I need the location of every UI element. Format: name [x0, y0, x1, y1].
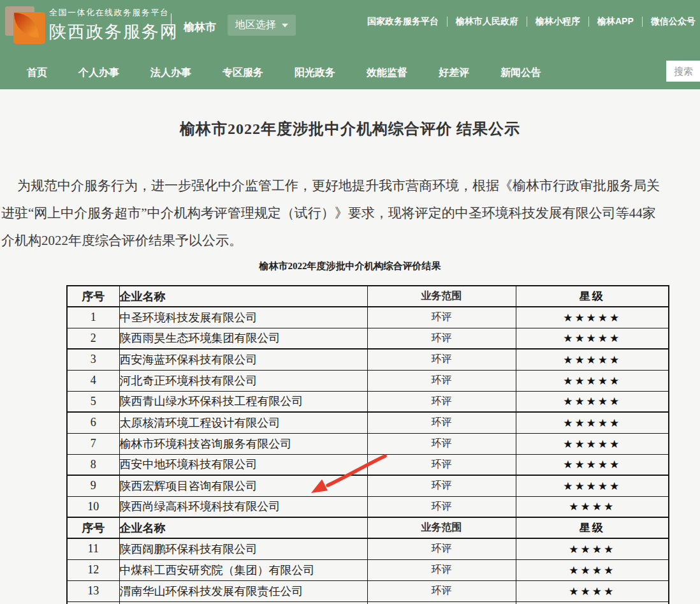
cell-star-rating: ★★★★★ — [516, 307, 669, 328]
table-row: 3西安海蓝环保科技有限公司环评★★★★★ — [67, 349, 669, 370]
cell-empty — [367, 601, 516, 604]
top-link-2[interactable]: 榆林市人民政府 — [456, 16, 518, 27]
paragraph-line: 进驻“网上中介服务超市”中介机构考评管理规定（试行）》要求，现将评定的中圣环境科… — [0, 200, 700, 227]
region-selector-button[interactable]: 地区选择 — [228, 15, 296, 36]
cell-business-scope: 环评 — [367, 475, 516, 496]
cell-company-name: 陕西宏辉项目咨询有限公司 — [119, 475, 367, 496]
link-separator — [527, 17, 527, 27]
cell-star-rating: ★★★★★ — [516, 412, 669, 433]
cell-company-name: 陕西雨昊生态环境集团有限公司 — [119, 328, 367, 349]
table-header-row: 序号企业名称业务范围星级 — [67, 517, 669, 538]
table-row: 6太原核清环境工程设计有限公司环评★★★★★ — [67, 412, 669, 433]
cell-business-scope: 环评 — [367, 433, 516, 454]
cell-business-scope: 环评 — [367, 496, 516, 517]
cell-index: 4 — [67, 370, 119, 391]
top-link-3[interactable]: 榆林小程序 — [536, 16, 580, 27]
cell-index: 8 — [67, 454, 119, 475]
current-city-label: 榆林市 — [184, 20, 216, 34]
cell-business-scope: 环评 — [367, 328, 516, 349]
cell-star-rating: ★★★★★ — [516, 433, 669, 454]
logo-leaf-icon — [14, 13, 39, 38]
cell-index: 5 — [67, 391, 119, 412]
cell-company-name: 河北奇正环境科技有限公司 — [119, 370, 367, 391]
cell-empty — [67, 601, 119, 604]
nav-item-3[interactable]: 法人办事 — [150, 66, 191, 80]
table-row-partial — [67, 601, 669, 604]
nav-item-5[interactable]: 阳光政务 — [295, 66, 335, 80]
site-name: 陕西政务服务网 — [49, 20, 179, 43]
cell-star-rating: ★★★★ — [516, 580, 669, 601]
cell-company-name: 陕西尚绿高科环境科技有限公司 — [119, 496, 367, 517]
chevron-down-icon — [282, 24, 288, 27]
nav-item-4[interactable]: 专区服务 — [222, 66, 263, 80]
cell-star-rating: ★★★★ — [516, 496, 669, 517]
announcement-paragraph: 为规范中介服务行为，进一步强化中介监管工作，更好地提升我市营商环境，根据《榆林市… — [0, 172, 700, 254]
top-link-4[interactable]: 榆林APP — [597, 16, 634, 27]
table-header-row: 序号企业名称业务范围星级 — [67, 286, 669, 307]
cell-business-scope: 环评 — [367, 370, 516, 391]
table-caption: 榆林市2022年度涉批中介机构综合评价结果 — [0, 260, 700, 272]
table-row: 12中煤科工西安研究院（集团）有限公司环评★★★★ — [67, 559, 669, 580]
cell-company-name: 太原核清环境工程设计有限公司 — [119, 412, 367, 433]
cell-star-rating: ★★★★★ — [516, 391, 669, 412]
column-header: 企业名称 — [119, 517, 367, 538]
cell-business-scope: 环评 — [367, 538, 516, 559]
evaluation-table-body: 序号企业名称业务范围星级1中圣环境科技发展有限公司环评★★★★★2陕西雨昊生态环… — [67, 286, 669, 604]
link-separator — [447, 17, 448, 27]
cell-index: 10 — [67, 496, 119, 517]
table-row: 13渭南华山环保科技发展有限责任公司环评★★★★ — [67, 580, 669, 601]
cell-index: 13 — [67, 580, 119, 601]
search-input[interactable] — [666, 61, 700, 82]
column-header: 序号 — [67, 517, 119, 538]
cell-star-rating: ★★★★★ — [516, 454, 669, 475]
table-row: 5陕西青山绿水环保科技工程有限公司环评★★★★★ — [67, 391, 669, 412]
table-row: 11陕西阔鹏环保科技有限公司环评★★★★ — [67, 538, 669, 559]
top-link-1[interactable]: 国家政务服务平台 — [367, 16, 439, 27]
logo-orange-square — [13, 12, 45, 44]
cell-index: 3 — [67, 349, 119, 370]
cell-company-name: 中圣环境科技发展有限公司 — [119, 307, 367, 328]
cell-business-scope: 环评 — [367, 454, 516, 475]
platform-tagline: 全国一体化在线政务服务平台 — [49, 7, 179, 18]
article-content: 榆林市2022年度涉批中介机构综合评价 结果公示 为规范中介服务行为，进一步强化… — [0, 119, 700, 604]
cell-empty — [516, 601, 669, 604]
cell-business-scope: 环评 — [367, 559, 516, 580]
cell-business-scope: 环评 — [367, 412, 516, 433]
nav-item-8[interactable]: 新闻公告 — [500, 66, 541, 80]
cell-company-name: 榆林市环境科技咨询服务有限公司 — [119, 433, 367, 454]
column-header: 业务范围 — [367, 286, 516, 307]
cell-index: 6 — [67, 412, 119, 433]
cell-company-name: 陕西阔鹏环保科技有限公司 — [119, 538, 367, 559]
region-selector-label: 地区选择 — [235, 18, 276, 32]
cell-company-name: 西安中地环境科技有限公司 — [119, 454, 367, 475]
cell-company-name: 陕西青山绿水环保科技工程有限公司 — [119, 391, 367, 412]
paragraph-line: 介机构2022年度综合评价结果予以公示。 — [0, 227, 700, 254]
cell-index: 7 — [67, 433, 119, 454]
table-row: 1中圣环境科技发展有限公司环评★★★★★ — [67, 307, 669, 328]
brand-block: 全国一体化在线政务服务平台 陕西政务服务网 — [49, 7, 179, 43]
table-row: 10陕西尚绿高科环境科技有限公司环评★★★★ — [67, 496, 669, 517]
cell-index: 12 — [67, 559, 119, 580]
page-title: 榆林市2022年度涉批中介机构综合评价 结果公示 — [0, 119, 700, 139]
nav-item-6[interactable]: 效能监督 — [367, 66, 407, 80]
evaluation-table: 序号企业名称业务范围星级1中圣环境科技发展有限公司环评★★★★★2陕西雨昊生态环… — [66, 285, 669, 604]
cell-star-rating: ★★★★ — [516, 559, 669, 580]
table-row: 2陕西雨昊生态环境集团有限公司环评★★★★★ — [67, 328, 669, 349]
cell-business-scope: 环评 — [367, 580, 516, 601]
table-row: 7榆林市环境科技咨询服务有限公司环评★★★★★ — [67, 433, 669, 454]
nav-item-7[interactable]: 好差评 — [439, 66, 469, 80]
table-row: 8西安中地环境科技有限公司环评★★★★★ — [67, 454, 669, 475]
cell-index: 11 — [67, 538, 119, 559]
nav-item-2[interactable]: 个人办事 — [78, 66, 119, 80]
cell-business-scope: 环评 — [367, 391, 516, 412]
nav-item-1[interactable]: 首页 — [27, 66, 47, 80]
site-header: 全国一体化在线政务服务平台 陕西政务服务网 榆林市 地区选择 国家政务服务平台榆… — [0, 0, 700, 89]
column-header: 业务范围 — [367, 517, 516, 538]
top-link-5[interactable]: 微信公众号 — [651, 16, 696, 27]
cell-company-name: 中煤科工西安研究院（集团）有限公司 — [119, 559, 367, 580]
table-row: 4河北奇正环境科技有限公司环评★★★★★ — [67, 370, 669, 391]
paragraph-line: 为规范中介服务行为，进一步强化中介监管工作，更好地提升我市营商环境，根据《榆林市… — [0, 172, 700, 200]
site-logo-icon — [5, 6, 46, 45]
column-header: 序号 — [67, 286, 119, 307]
top-links-row: 国家政务服务平台榆林市人民政府榆林小程序榆林APP微信公众号注册 — [367, 16, 700, 27]
